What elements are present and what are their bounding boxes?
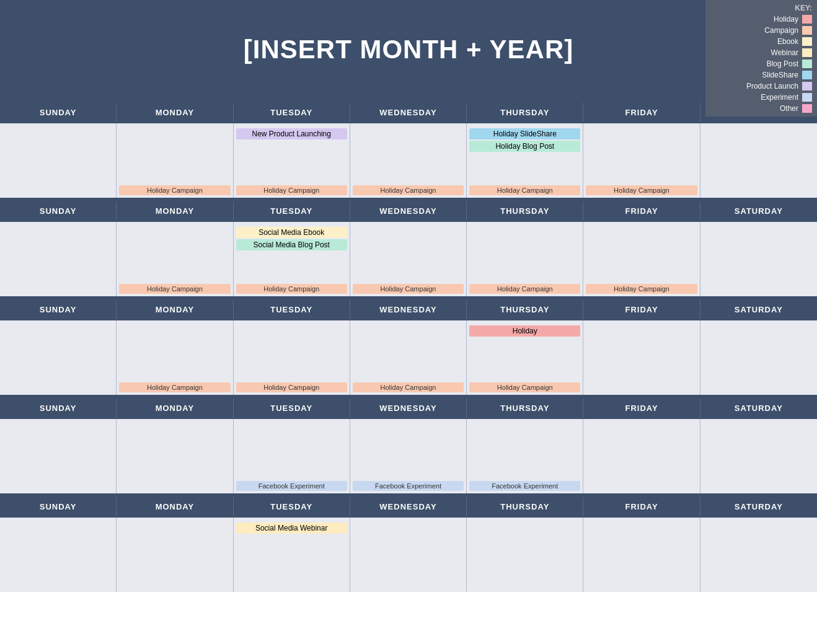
event-tag: Social Media Webinar — [236, 523, 347, 534]
week-row-1: Holiday CampaignSocial Media EbookSocial… — [0, 221, 817, 296]
day-header-friday: FRIDAY — [583, 103, 700, 122]
key-swatch-blog-post — [802, 60, 812, 68]
day-header-friday: FRIDAY — [583, 497, 700, 516]
day-header-wednesday: WEDNESDAY — [350, 300, 467, 319]
key-swatch-ebook — [802, 37, 812, 46]
day-cell — [583, 518, 700, 592]
main-container: [INSERT MONTH + YEAR] KEY: HolidayCampai… — [0, 0, 817, 644]
key-swatch-holiday — [802, 15, 812, 24]
week-row-0: Holiday CampaignNew Product LaunchingHol… — [0, 122, 817, 198]
day-header-tuesday: TUESDAY — [234, 201, 350, 221]
event-tag: Holiday — [469, 325, 580, 337]
day-cell: Holiday SlideShareHoliday Blog PostHolid… — [467, 123, 583, 198]
header: [INSERT MONTH + YEAR] KEY: HolidayCampai… — [0, 0, 817, 99]
day-header-thursday: THURSDAY — [467, 399, 583, 418]
day-cell: Holiday Campaign — [117, 123, 233, 198]
key-item-label: Holiday — [774, 15, 798, 24]
day-cell: New Product LaunchingHoliday Campaign — [234, 123, 350, 198]
day-header-sunday: SUNDAY — [0, 103, 117, 122]
day-cell — [0, 518, 117, 592]
week-row-4: Social Media Webinar — [0, 516, 817, 592]
cell-events — [703, 224, 815, 294]
week-header-0: SUNDAYMONDAYTUESDAYWEDNESDAYTHURSDAYFRID… — [0, 103, 817, 122]
cell-events — [469, 520, 580, 589]
cell-events — [353, 520, 464, 589]
key-item-slideshare: SlideShare — [705, 69, 817, 81]
cell-events — [703, 520, 815, 589]
day-cell: Holiday Campaign — [467, 222, 583, 296]
day-header-thursday: THURSDAY — [467, 201, 583, 221]
day-cell — [0, 419, 117, 493]
key-item-label: Experiment — [761, 93, 798, 102]
day-cell — [117, 419, 233, 493]
day-cell: Holiday Campaign — [350, 222, 467, 296]
key-item-label: Ebook — [777, 37, 798, 46]
cell-bottom-label: Holiday Campaign — [236, 185, 347, 195]
day-header-saturday: SATURDAY — [700, 300, 817, 319]
event-tag: Social Media Blog Post — [236, 239, 347, 250]
day-header-saturday: SATURDAY — [700, 497, 817, 516]
day-cell — [117, 518, 233, 592]
day-cell — [0, 123, 117, 198]
key-item-label: Other — [780, 104, 798, 113]
cell-events — [119, 421, 230, 491]
day-header-wednesday: WEDNESDAY — [350, 201, 467, 221]
key-panel: KEY: HolidayCampaignEbookWebinarBlog Pos… — [705, 0, 817, 117]
key-swatch-campaign — [802, 26, 812, 35]
day-header-saturday: SATURDAY — [700, 399, 817, 418]
day-cell — [700, 123, 817, 198]
day-cell — [350, 518, 467, 592]
key-title: KEY: — [705, 2, 817, 14]
week-block-1: SUNDAYMONDAYTUESDAYWEDNESDAYTHURSDAYFRID… — [0, 198, 817, 296]
day-header-monday: MONDAY — [117, 201, 233, 221]
key-item-label: SlideShare — [762, 71, 798, 79]
week-header-2: SUNDAYMONDAYTUESDAYWEDNESDAYTHURSDAYFRID… — [0, 300, 817, 319]
week-row-3: Facebook ExperimentFacebook ExperimentFa… — [0, 418, 817, 493]
cell-bottom-label: Holiday Campaign — [586, 284, 697, 294]
day-header-wednesday: WEDNESDAY — [350, 497, 467, 516]
cell-bottom-label: Holiday Campaign — [236, 382, 347, 392]
page-title: [INSERT MONTH + YEAR] — [244, 35, 573, 64]
day-cell: Facebook Experiment — [467, 419, 583, 493]
day-cell: Holiday Campaign — [583, 222, 700, 296]
day-cell: Social Media EbookSocial Media Blog Post… — [234, 222, 350, 296]
event-tag: Holiday Blog Post — [469, 141, 580, 152]
day-cell — [700, 419, 817, 493]
week-header-3: SUNDAYMONDAYTUESDAYWEDNESDAYTHURSDAYFRID… — [0, 399, 817, 418]
cell-events — [2, 323, 113, 392]
cell-events — [2, 126, 113, 195]
day-header-wednesday: WEDNESDAY — [350, 399, 467, 418]
day-cell: Holiday Campaign — [350, 320, 467, 395]
day-cell: Holiday Campaign — [117, 320, 233, 395]
day-header-friday: FRIDAY — [583, 300, 700, 319]
day-cell: Facebook Experiment — [234, 419, 350, 493]
day-header-tuesday: TUESDAY — [234, 300, 350, 319]
cell-bottom-label: Holiday Campaign — [586, 185, 697, 195]
day-header-sunday: SUNDAY — [0, 201, 117, 221]
cell-events — [119, 520, 230, 589]
cell-bottom-label: Holiday Campaign — [469, 185, 580, 195]
cell-bottom-label: Holiday Campaign — [353, 284, 464, 294]
key-item-campaign: Campaign — [705, 25, 817, 36]
cell-bottom-label: Holiday Campaign — [119, 284, 230, 294]
day-cell: Holiday Campaign — [234, 320, 350, 395]
event-tag: New Product Launching — [236, 128, 347, 139]
key-item-label: Webinar — [771, 48, 798, 57]
cell-bottom-label: Holiday Campaign — [353, 382, 464, 392]
key-item-holiday: Holiday — [705, 14, 817, 25]
day-header-friday: FRIDAY — [583, 399, 700, 418]
day-cell — [0, 320, 117, 395]
key-swatch-slideshare — [802, 71, 812, 79]
day-cell — [0, 222, 117, 296]
key-swatch-webinar — [802, 48, 812, 57]
cell-events — [2, 520, 113, 589]
day-header-tuesday: TUESDAY — [234, 103, 350, 122]
day-header-monday: MONDAY — [117, 399, 233, 418]
cell-bottom-label: Holiday Campaign — [469, 382, 580, 392]
day-cell: Holiday Campaign — [350, 123, 467, 198]
key-item-label: Blog Post — [767, 60, 798, 68]
key-item-webinar: Webinar — [705, 47, 817, 58]
day-header-monday: MONDAY — [117, 497, 233, 516]
cell-bottom-label: Holiday Campaign — [236, 284, 347, 294]
day-header-sunday: SUNDAY — [0, 399, 117, 418]
